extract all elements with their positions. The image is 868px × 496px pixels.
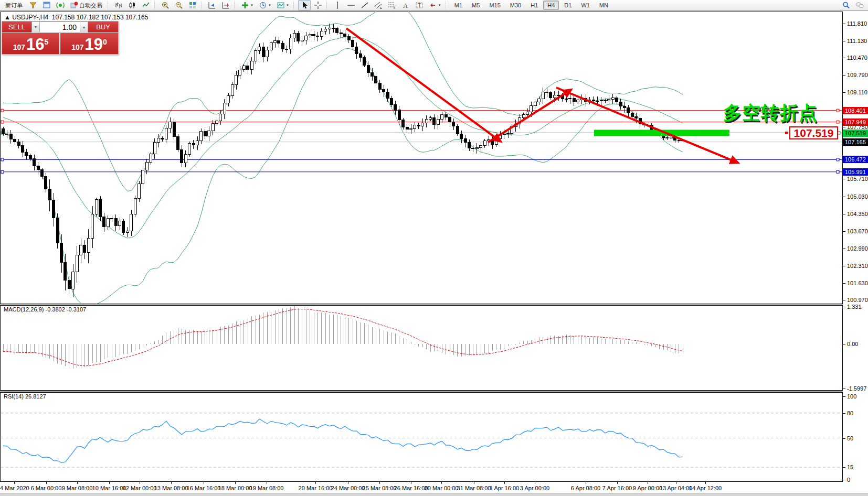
time-tick-mark [46, 482, 47, 484]
rsi-tick-label: 50 [847, 435, 853, 441]
timeframe-M1[interactable]: M1 [450, 1, 467, 10]
price-level-label: 108.401 [843, 107, 868, 114]
vertical-line-button[interactable] [331, 0, 344, 10]
add-indicator-button[interactable]: ▼ [239, 0, 256, 10]
sell-price-tile[interactable]: 107165 [2, 33, 59, 54]
arrows-button[interactable]: ▼ [427, 0, 443, 10]
autotrading-label: 自动交易 [78, 2, 103, 9]
time-tick-label: 6 Mar 00:00 [31, 485, 62, 491]
time-tick-label: 18 Mar 00:00 [218, 485, 252, 491]
volume-input[interactable] [40, 21, 80, 33]
buy-price-pips: 19 [85, 37, 103, 52]
chat-button[interactable] [853, 0, 866, 10]
svg-text:A: A [403, 2, 408, 9]
price-tick-label: 111.130 [847, 38, 867, 44]
template-button[interactable]: ▼ [274, 0, 291, 10]
auto-scroll-button[interactable] [206, 0, 218, 10]
time-tick-mark [77, 482, 78, 484]
signals-button[interactable] [54, 0, 67, 10]
periods-button[interactable]: ▼ [257, 0, 273, 10]
cursor-button[interactable] [298, 0, 311, 10]
zoom-in-button[interactable] [159, 0, 172, 10]
volume-decrement-button[interactable]: ▼ [31, 21, 40, 33]
time-axis[interactable]: 4 Mar 20206 Mar 00:009 Mar 08:0010 Mar 1… [0, 482, 843, 493]
price-level-label: 107.165 [843, 138, 868, 146]
buy-button[interactable]: BUY [88, 21, 118, 33]
volume-increment-button[interactable]: ▲ [80, 21, 88, 33]
price-axis[interactable]: 111.810111.130110.470109.790109.110107.7… [843, 12, 868, 493]
horizontal-line-button[interactable] [345, 0, 357, 10]
time-tick-label: 25 Mar 08:00 [363, 485, 397, 491]
macd-indicator-label: MACD(12,26,9) -0.3802 -0.3107 [4, 306, 86, 312]
trendline-button[interactable] [358, 0, 371, 10]
turning-point-annotation[interactable]: 多空转折点 [723, 101, 818, 125]
price-callout-label[interactable]: 107.519 [789, 126, 838, 139]
price-tick-label: 111.810 [847, 20, 867, 27]
bar-chart-icon [114, 1, 123, 9]
timeframe-D1[interactable]: D1 [560, 1, 576, 10]
time-tick-mark [140, 482, 140, 484]
new-order-button[interactable]: 新订单 [2, 0, 26, 10]
timeframe-H1[interactable]: H1 [526, 1, 542, 10]
candlestick-chart-button[interactable] [126, 0, 139, 10]
timeframe-H4[interactable]: H4 [543, 1, 559, 10]
zoom-in-icon [161, 1, 170, 9]
zoom-out-button[interactable] [173, 0, 185, 10]
price-tick-mark [843, 58, 845, 58]
timeframe-W1[interactable]: W1 [577, 1, 594, 10]
rsi-pane[interactable] [0, 392, 843, 482]
rsi-tick-label: 80 [847, 410, 853, 416]
periods-clock-icon [259, 1, 267, 9]
sell-button[interactable]: SELL [2, 21, 31, 33]
macd-tick-label: 0.00 [847, 341, 858, 347]
autotrading-button[interactable]: 自动交易 [68, 0, 105, 10]
search-icon [842, 1, 850, 9]
sell-price-point: 5 [45, 38, 49, 46]
timeframe-M30[interactable]: M30 [506, 1, 525, 10]
sell-price-pips: 16 [26, 37, 44, 52]
search-button[interactable] [840, 0, 852, 10]
profile-button[interactable] [27, 0, 39, 10]
macd-pane[interactable] [0, 305, 843, 391]
price-tick-mark [843, 75, 845, 76]
toolbar-separator [293, 2, 296, 9]
macd-tick-label: -1.5997 [847, 385, 866, 392]
time-tick-label: 7 Apr 16:00 [602, 485, 632, 491]
price-tick-label: 105.710 [847, 176, 868, 182]
text-label-icon: T [415, 1, 424, 9]
crosshair-button[interactable] [312, 0, 324, 10]
fibonacci-button[interactable]: F [386, 0, 398, 10]
line-chart-button[interactable] [140, 0, 152, 10]
tile-windows-button[interactable] [186, 0, 199, 10]
text-label-button[interactable]: T [413, 0, 426, 10]
market-watch-button[interactable] [40, 0, 53, 10]
candlestick-chart-icon [128, 1, 136, 9]
toolbar-separator [326, 2, 329, 9]
time-tick-mark [204, 482, 204, 484]
rsi-tick-mark [843, 480, 845, 480]
panel-collapse-icon[interactable]: ▲ [4, 14, 10, 21]
timeframe-MN[interactable]: MN [595, 1, 612, 10]
equidistant-channel-button[interactable]: E [372, 0, 385, 10]
rsi-tick-label: 15 [847, 464, 853, 470]
buy-price-tile[interactable]: 107190 [60, 33, 118, 54]
time-tick-label: 20 Mar 16:00 [299, 485, 333, 491]
timeframe-M5[interactable]: M5 [468, 1, 484, 10]
main-chart-pane[interactable] [0, 12, 843, 304]
price-level-label: 105.991 [843, 168, 868, 176]
price-level-label: 107.949 [843, 118, 868, 126]
bar-chart-button[interactable] [112, 0, 125, 10]
chart-shift-button[interactable] [219, 0, 232, 10]
time-tick-mark [705, 482, 706, 484]
fibonacci-icon: F [388, 1, 396, 9]
price-tick-mark [843, 231, 845, 232]
time-tick-mark [586, 482, 586, 484]
price-tick-mark [843, 41, 845, 41]
market-watch-icon [43, 1, 51, 9]
timeframe-group: M1M5M15M30H1H4D1W1MN [450, 1, 613, 10]
rsi-tick-label: 0 [847, 477, 850, 483]
timeframe-M15[interactable]: M15 [485, 1, 504, 10]
price-level-label: 106.472 [843, 156, 868, 163]
text-button[interactable]: A [399, 0, 412, 10]
rsi-indicator-label: RSI(14) 26.8127 [4, 393, 46, 400]
